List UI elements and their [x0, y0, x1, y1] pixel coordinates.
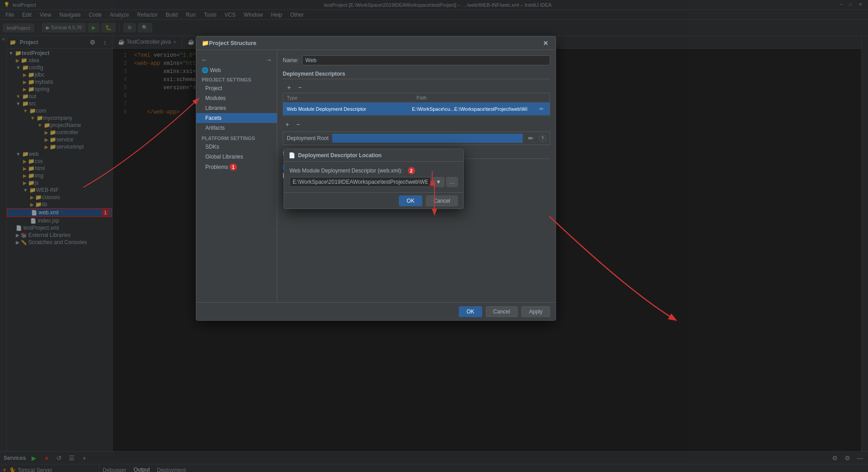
tree-item-webxml[interactable]: 📄 web.xml 1 [7, 208, 112, 217]
menu-run[interactable]: Run [182, 11, 199, 19]
services-stop-btn[interactable]: ■ [42, 454, 51, 463]
nav-artifacts[interactable]: Artifacts [196, 123, 277, 133]
services-settings-icon[interactable]: ⚙ [830, 454, 839, 463]
tomcat-server-row[interactable]: ▼ 🐈 Tomcat Server [2, 466, 97, 472]
dd-add-icon[interactable]: + [285, 83, 294, 92]
sub-dialog-clear-button[interactable]: … [446, 177, 458, 187]
tree-item-controller[interactable]: ▶ 📁 controller [7, 129, 112, 136]
menu-refactor[interactable]: Refactor [134, 11, 161, 19]
tree-item-config[interactable]: ▼ 📁 config [7, 64, 112, 71]
tree-item-serviceimpl[interactable]: ▶ 📁 serviceImpl [7, 143, 112, 150]
tree-item-service[interactable]: ▶ 📁 service [7, 136, 112, 143]
tree-item-webinf[interactable]: ▼ 📁 WEB-INF [7, 186, 112, 194]
tab-deployment[interactable]: Deployment [157, 465, 186, 472]
tree-item-spring[interactable]: ▶ 📁 spring [7, 86, 112, 93]
services-gear2-icon[interactable]: ⚙ [843, 454, 852, 463]
menu-tools[interactable]: Tools [200, 11, 220, 19]
tree-item-com[interactable]: ▼ 📁 com [7, 107, 112, 114]
menu-analyze[interactable]: Analyze [106, 11, 133, 19]
title-bar-project: testProject [13, 2, 36, 8]
tree-item-html[interactable]: ▶ 📁 html [7, 165, 112, 172]
menu-navigate[interactable]: Navigate [56, 11, 84, 19]
tree-item-web[interactable]: ▼ 📁 web [7, 150, 112, 158]
menu-help[interactable]: Help [267, 11, 286, 19]
nav-global-libs[interactable]: Global Libraries [196, 152, 277, 162]
tree-item-testprojectxml[interactable]: 📄 testProject.xml [7, 224, 112, 231]
dd-remove-icon[interactable]: − [295, 83, 304, 92]
project-settings-icon[interactable]: ⚙ [88, 38, 97, 47]
tab-debugger[interactable]: Debugger [103, 465, 127, 472]
nav-sdks[interactable]: SDKs [196, 142, 277, 152]
dialog-nav-back[interactable]: ← [200, 55, 209, 64]
project-sort-icon[interactable]: ↕ [100, 38, 109, 47]
menu-code[interactable]: Code [85, 11, 105, 19]
tree-root[interactable]: ▼ 📁 testProject [7, 50, 112, 57]
tab-testcontroller[interactable]: ☕ TestController.java ✕ [113, 36, 182, 48]
dialog-apply-button[interactable]: Apply [521, 306, 550, 317]
maximize-button[interactable]: □ [849, 2, 855, 8]
tree-item-idea[interactable]: ▶ 📁 .idea [7, 57, 112, 64]
nav-problems[interactable]: Problems 1 [196, 162, 277, 172]
toolbar-run-btn[interactable]: ▶ [88, 23, 99, 32]
tree-item-js[interactable]: ▶ 📁 js [7, 179, 112, 186]
nav-web-item[interactable]: 🌐 Web [196, 66, 277, 74]
minimize-button[interactable]: ─ [840, 2, 845, 8]
tree-item-img[interactable]: ▶ 📁 img [7, 172, 112, 179]
menu-edit[interactable]: Edit [18, 11, 35, 19]
toolbar-debug-btn[interactable]: 🐛 [101, 23, 116, 32]
toolbar-search-btn[interactable]: 🔍 [138, 23, 152, 32]
toolbar-project-btn[interactable]: testProject [3, 23, 34, 32]
tree-item-css[interactable]: ▶ 📁 css [7, 158, 112, 165]
tree-item-indexjsp[interactable]: 📄 index.jsp [7, 217, 112, 224]
sub-dialog-icon: 📄 [289, 152, 295, 159]
toolbar-run-config[interactable]: ▶ Tomcat 8.5.76 [42, 23, 86, 32]
dialog-nav-forward[interactable]: → [264, 55, 273, 64]
deploy-remove-icon[interactable]: − [294, 120, 303, 129]
tree-item-src[interactable]: ▼ 📁 src [7, 100, 112, 107]
menu-window[interactable]: Window [240, 11, 267, 19]
deploy-root-input[interactable] [332, 134, 523, 143]
dialog-ok-button[interactable]: OK [459, 306, 482, 317]
dialog-cancel-button[interactable]: Cancel [486, 306, 518, 317]
tree-item-classes[interactable]: ▶ 📁 classes [7, 194, 112, 201]
menu-other[interactable]: Other [287, 11, 307, 19]
dd-table-row[interactable]: Web Module Deployment Descriptor E:\Work… [283, 103, 550, 116]
deploy-root-help-icon[interactable]: ? [539, 135, 546, 142]
nav-facets[interactable]: Facets [196, 113, 277, 123]
tree-item-extlibs[interactable]: ▶ 📚 External Libraries [7, 231, 112, 239]
col-path: Path [416, 95, 546, 100]
name-input[interactable] [302, 55, 550, 65]
deploy-add-icon[interactable]: + [283, 120, 292, 129]
menu-build[interactable]: Build [162, 11, 181, 19]
services-filter-btn[interactable]: ☰ [67, 454, 76, 463]
tree-item-mycompany[interactable]: ▼ 📁 mycompany [7, 114, 112, 122]
tab-output[interactable]: Output [134, 465, 150, 472]
tab-close-testcontroller[interactable]: ✕ [173, 40, 176, 45]
sub-dialog-ok-button[interactable]: OK [399, 195, 422, 206]
tree-item-projectname[interactable]: ▼ 📁 projectName [7, 122, 112, 129]
dd-edit-icon[interactable]: ✏ [537, 104, 546, 113]
nav-libraries[interactable]: Libraries [196, 103, 277, 113]
services-add-btn[interactable]: + [80, 454, 89, 463]
services-restart-btn[interactable]: ↺ [54, 454, 63, 463]
project-panel: 📁 Project ⚙ ↕ ▼ 📁 testProject ▶ 📁 .idea [7, 36, 113, 451]
services-minus-icon[interactable]: — [855, 454, 864, 463]
toolbar-settings-btn[interactable]: ⚙ [123, 23, 136, 32]
dialog-close-icon[interactable]: ✕ [541, 39, 550, 48]
close-button[interactable]: ✕ [859, 2, 864, 8]
services-run-btn[interactable]: ▶ [29, 454, 38, 463]
tree-item-mybatis[interactable]: ▶ 📁 mybatis [7, 78, 112, 86]
menu-file[interactable]: File [2, 11, 18, 19]
tree-item-scratches[interactable]: ▶ ✏️ Scratches and Consoles [7, 239, 112, 246]
tree-item-out[interactable]: ▼ 📁 out [7, 93, 112, 100]
tree-item-lib[interactable]: ▶ 📁 lib [7, 201, 112, 208]
deploy-root-edit-icon[interactable]: ✏ [526, 134, 535, 143]
menu-view[interactable]: View [36, 11, 55, 19]
sub-dialog-path-input[interactable] [289, 177, 431, 187]
nav-project[interactable]: Project [196, 83, 277, 93]
nav-modules[interactable]: Modules [196, 93, 277, 103]
sub-dialog-browse-button[interactable]: ▼ [433, 177, 444, 187]
sub-dialog-cancel-button[interactable]: Cancel [426, 195, 458, 206]
menu-vcs[interactable]: VCS [221, 11, 240, 19]
tree-item-jdbc[interactable]: ▶ 📁 jdbc [7, 71, 112, 78]
